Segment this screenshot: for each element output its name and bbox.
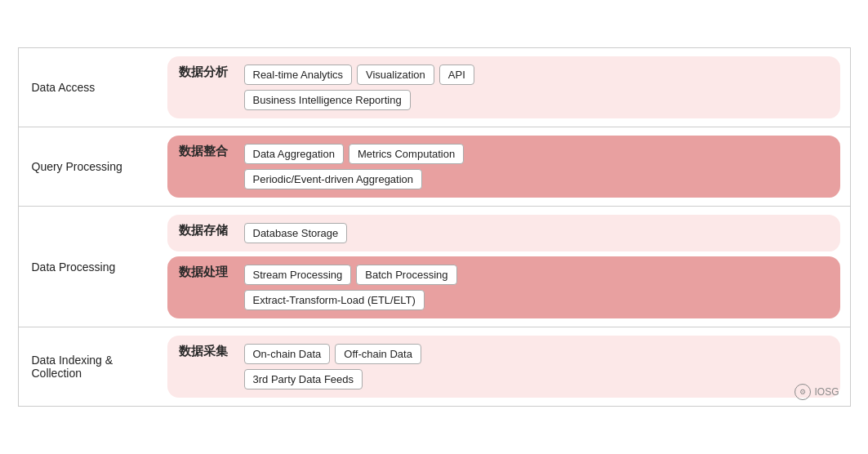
tag-shu-ju-chu-li-0-0: Stream Processing: [244, 265, 352, 285]
layer-query-processing: Query Processing数据整合Data AggregationMetr…: [19, 127, 850, 207]
block-chinese-shu-ju-fen-xi: 数据分析: [179, 65, 236, 80]
layer-content-data-processing: 数据存储Database Storage数据处理Stream Processin…: [158, 207, 850, 327]
tag-shu-ju-chu-li-1-0: Extract-Transform-Load (ETL/ELT): [244, 290, 425, 310]
layer-label-query-processing: Query Processing: [19, 127, 158, 206]
block-chinese-shu-ju-chu-li: 数据处理: [179, 265, 236, 280]
block-shu-ju-fen-xi: 数据分析Real-time AnalyticsVisualizationAPIB…: [167, 56, 840, 118]
diagram: Data Access数据分析Real-time AnalyticsVisual…: [18, 47, 851, 407]
tag-shu-ju-zheng-he-0-0: Data Aggregation: [244, 144, 344, 164]
block-shu-ju-zheng-he: 数据整合Data AggregationMetrics ComputationP…: [167, 136, 840, 198]
tag-row-shu-ju-cai-ji-0: On-chain DataOff-chain Data: [244, 344, 829, 364]
block-tags-shu-ju-zheng-he: Data AggregationMetrics ComputationPerio…: [244, 144, 829, 189]
layer-content-data-access: 数据分析Real-time AnalyticsVisualizationAPIB…: [158, 48, 850, 127]
tag-shu-ju-cai-ji-1-0: 3rd Party Data Feeds: [244, 369, 363, 389]
tag-row-shu-ju-zheng-he-1: Periodic/Event-driven Aggregation: [244, 169, 829, 189]
tag-shu-ju-fen-xi-0-2: API: [439, 65, 474, 85]
layer-label-data-access: Data Access: [19, 48, 158, 127]
block-inner-shu-ju-chu-li: 数据处理Stream ProcessingBatch ProcessingExt…: [179, 265, 829, 310]
tag-row-shu-ju-chu-li-0: Stream ProcessingBatch Processing: [244, 265, 829, 285]
layer-data-access: Data Access数据分析Real-time AnalyticsVisual…: [19, 48, 850, 127]
layer-data-indexing: Data Indexing & Collection数据采集On-chain D…: [19, 327, 850, 406]
layer-label-data-processing: Data Processing: [19, 207, 158, 327]
block-shu-ju-chu-li: 数据处理Stream ProcessingBatch ProcessingExt…: [167, 256, 840, 318]
tag-shu-ju-zheng-he-0-1: Metrics Computation: [349, 144, 464, 164]
block-shu-ju-cai-ji: 数据采集On-chain DataOff-chain Data3rd Party…: [167, 336, 840, 398]
block-tags-shu-ju-chu-li: Stream ProcessingBatch ProcessingExtract…: [244, 265, 829, 310]
block-chinese-shu-ju-zheng-he: 数据整合: [179, 144, 236, 159]
diagram-wrapper: Data Access数据分析Real-time AnalyticsVisual…: [18, 47, 851, 407]
block-chinese-shu-ju-cun-chu: 数据存储: [179, 223, 236, 238]
watermark-text: IOSG: [814, 386, 839, 398]
tag-row-shu-ju-zheng-he-0: Data AggregationMetrics Computation: [244, 144, 829, 164]
tag-shu-ju-fen-xi-1-0: Business Intelligence Reporting: [244, 90, 411, 110]
tag-shu-ju-zheng-he-1-0: Periodic/Event-driven Aggregation: [244, 169, 423, 189]
tag-row-shu-ju-chu-li-1: Extract-Transform-Load (ETL/ELT): [244, 290, 829, 310]
block-inner-shu-ju-cai-ji: 数据采集On-chain DataOff-chain Data3rd Party…: [179, 344, 829, 389]
tag-shu-ju-cai-ji-0-0: On-chain Data: [244, 344, 331, 364]
tag-row-shu-ju-fen-xi-1: Business Intelligence Reporting: [244, 90, 829, 110]
layer-label-data-indexing: Data Indexing & Collection: [19, 327, 158, 406]
layer-data-processing: Data Processing数据存储Database Storage数据处理S…: [19, 207, 850, 327]
block-chinese-shu-ju-cai-ji: 数据采集: [179, 344, 236, 359]
block-tags-shu-ju-fen-xi: Real-time AnalyticsVisualizationAPIBusin…: [244, 65, 829, 110]
tag-shu-ju-chu-li-0-1: Batch Processing: [356, 265, 456, 285]
block-inner-shu-ju-zheng-he: 数据整合Data AggregationMetrics ComputationP…: [179, 144, 829, 189]
watermark-icon: ⚙: [795, 384, 811, 400]
tag-shu-ju-fen-xi-0-1: Visualization: [357, 65, 434, 85]
block-inner-shu-ju-fen-xi: 数据分析Real-time AnalyticsVisualizationAPIB…: [179, 65, 829, 110]
tag-row-shu-ju-cai-ji-1: 3rd Party Data Feeds: [244, 369, 829, 389]
block-inner-shu-ju-cun-chu: 数据存储Database Storage: [179, 223, 829, 243]
tag-shu-ju-fen-xi-0-0: Real-time Analytics: [244, 65, 353, 85]
watermark: ⚙ IOSG: [795, 384, 839, 400]
layer-content-data-indexing: 数据采集On-chain DataOff-chain Data3rd Party…: [158, 327, 850, 406]
tag-row-shu-ju-fen-xi-0: Real-time AnalyticsVisualizationAPI: [244, 65, 829, 85]
tag-row-shu-ju-cun-chu-0: Database Storage: [244, 223, 829, 243]
tag-shu-ju-cai-ji-0-1: Off-chain Data: [335, 344, 421, 364]
block-tags-shu-ju-cai-ji: On-chain DataOff-chain Data3rd Party Dat…: [244, 344, 829, 389]
block-tags-shu-ju-cun-chu: Database Storage: [244, 223, 829, 243]
block-shu-ju-cun-chu: 数据存储Database Storage: [167, 215, 840, 251]
layer-content-query-processing: 数据整合Data AggregationMetrics ComputationP…: [158, 127, 850, 206]
tag-shu-ju-cun-chu-0-0: Database Storage: [244, 223, 348, 243]
